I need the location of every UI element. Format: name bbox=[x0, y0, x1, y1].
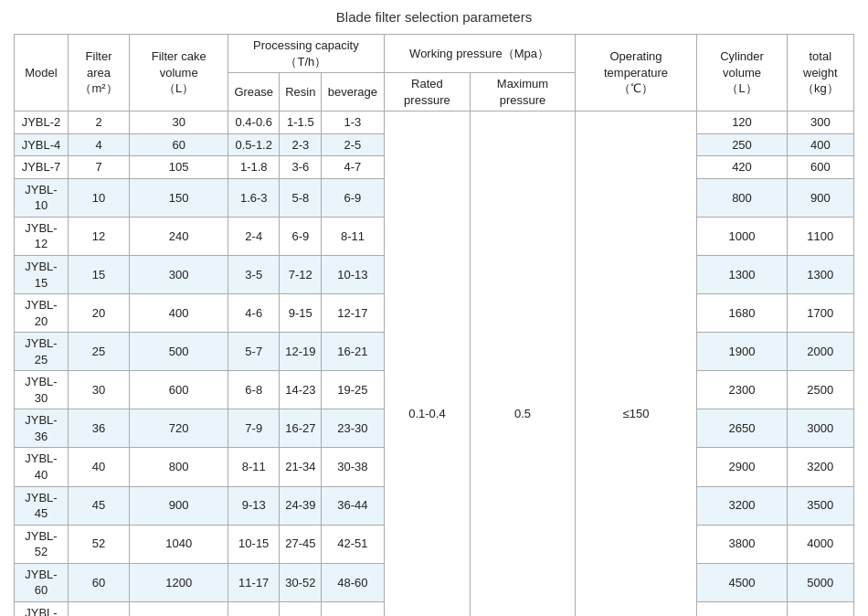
filter-cake-unit: （L） bbox=[164, 81, 194, 95]
header-processing: Processing capacity（T/h） bbox=[228, 35, 384, 73]
header-model: Model bbox=[15, 35, 69, 112]
filter-area-unit: （m²） bbox=[79, 81, 117, 95]
header-operating-temp: Operating temperature （℃） bbox=[575, 35, 697, 112]
max-pressure-value: 0.5 bbox=[471, 112, 575, 616]
header-grease: Grease bbox=[228, 73, 280, 112]
header-total-weight: total weight （kg） bbox=[787, 35, 853, 112]
header-cylinder-volume: Cylinder volume （L） bbox=[697, 35, 787, 112]
main-table: Model Filter area （m²） Filter cake volum… bbox=[14, 34, 854, 616]
max-pressure-label: Maximum pressure bbox=[497, 77, 548, 107]
rated-pressure-value: 0.1-0.4 bbox=[384, 112, 471, 616]
header-max-pressure: Maximum pressure bbox=[471, 73, 575, 112]
total-weight-label: total weight bbox=[803, 49, 838, 80]
header-resin: Resin bbox=[280, 73, 322, 112]
operating-temp-label: Operating temperature bbox=[604, 49, 668, 80]
total-weight-unit: （kg） bbox=[802, 81, 839, 95]
header-working-pressure: Working pressure（Mpa） bbox=[384, 35, 575, 73]
filter-area-label: Filter area bbox=[86, 49, 112, 80]
table-row: JYBL-22300.4-0.61-1.51-30.1-0.40.5≤15012… bbox=[15, 112, 854, 134]
rated-pressure-label: Rated pressure bbox=[404, 77, 450, 107]
header-filter-area: Filter area （m²） bbox=[68, 35, 129, 112]
table-wrapper: JL Filter Model Filter area （m²） Filter … bbox=[14, 34, 854, 616]
filter-cake-label: Filter cake volume bbox=[152, 49, 206, 80]
operating-temp-value: ≤150 bbox=[575, 112, 697, 616]
cylinder-volume-unit: （L） bbox=[726, 81, 757, 95]
page-title: Blade filter selection parameters bbox=[14, 9, 854, 25]
working-pressure-label: Working pressure（Mpa） bbox=[409, 47, 549, 60]
operating-temp-unit: （℃） bbox=[619, 81, 653, 95]
cylinder-volume-label: Cylinder volume bbox=[720, 49, 764, 80]
header-filter-cake: Filter cake volume （L） bbox=[130, 35, 228, 112]
header-beverage: beverage bbox=[322, 73, 384, 112]
header-rated-pressure: Rated pressure bbox=[384, 73, 471, 112]
